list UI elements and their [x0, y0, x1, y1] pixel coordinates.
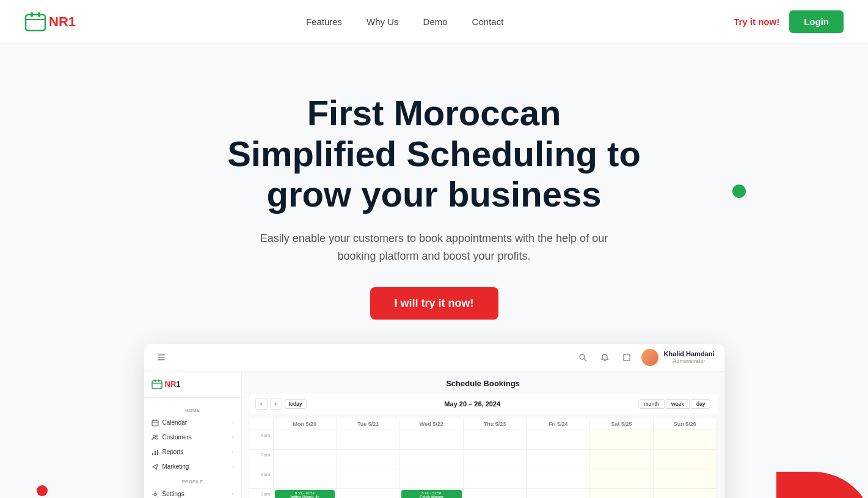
- svg-rect-16: [156, 419, 157, 421]
- cell-sat-7am[interactable]: [590, 450, 654, 469]
- nav-why-us[interactable]: Why Us: [367, 16, 399, 27]
- cell-thu-6am[interactable]: [464, 430, 527, 449]
- cta-button[interactable]: I will try it now!: [370, 287, 498, 320]
- cal-today-button[interactable]: today: [285, 399, 307, 409]
- cal-prev-button[interactable]: ‹: [255, 398, 268, 410]
- logo-icon: [24, 11, 46, 33]
- booking-name: Jeffry Black Jr.: [277, 495, 334, 498]
- avatar: [641, 349, 658, 366]
- cell-sat-9am[interactable]: [590, 489, 654, 498]
- cal-next-button[interactable]: ›: [270, 398, 282, 410]
- cell-fri-9am[interactable]: 9:44 - 1:27 Simeon Batz: [527, 489, 590, 498]
- customers-chevron: ›: [232, 434, 234, 440]
- cell-thu-8am[interactable]: [464, 469, 527, 488]
- booking-erick[interactable]: 8:24 - 11:58 Erick Moror: [401, 490, 462, 498]
- sidebar-item-reports[interactable]: Reports ›: [144, 445, 241, 460]
- cell-tue-7am[interactable]: [337, 450, 400, 469]
- logo-nr: NR: [49, 14, 68, 29]
- nav-links: Features Why Us Demo Contact: [306, 16, 503, 27]
- dash-topbar-left: [154, 350, 169, 365]
- calendar-chevron: ›: [232, 420, 234, 425]
- logo-text: NR1: [49, 14, 76, 30]
- nav-features[interactable]: Features: [306, 16, 342, 27]
- svg-point-22: [154, 493, 156, 496]
- cell-wed-6am[interactable]: [400, 430, 464, 449]
- hero-heading: First Moroccan Simplified Scheduling to …: [221, 93, 648, 215]
- sidebar-reports-label: Reports: [162, 449, 184, 455]
- cal-range: May 20 – 26, 2024: [444, 400, 500, 408]
- cell-fri-6am[interactable]: [527, 430, 590, 449]
- try-button[interactable]: Try it now!: [734, 16, 779, 27]
- cell-mon-6am[interactable]: [274, 430, 337, 449]
- user-role: Administrator: [663, 358, 714, 365]
- bell-icon[interactable]: [597, 350, 612, 365]
- navbar: NR1 Features Why Us Demo Contact Try it …: [0, 0, 868, 44]
- cal-month-button[interactable]: month: [638, 399, 665, 409]
- cell-wed-8am[interactable]: [400, 469, 464, 488]
- svg-rect-21: [157, 450, 158, 455]
- user-info: Khalid Hamdani Administrator: [663, 350, 714, 365]
- time-row-6am: 6am: [249, 430, 717, 450]
- cal-day-button[interactable]: day: [691, 399, 711, 409]
- cell-sat-8am[interactable]: [590, 469, 654, 488]
- cell-tue-6am[interactable]: [337, 430, 400, 449]
- svg-point-18: [156, 435, 158, 437]
- sidebar-customers-label: Customers: [162, 434, 192, 441]
- cell-fri-8am[interactable]: [527, 469, 590, 488]
- cell-mon-7am[interactable]: [274, 450, 337, 469]
- sidebar-section-home: HOME: [144, 403, 241, 416]
- logo[interactable]: NR1: [24, 11, 76, 33]
- sidebar-logo-icon: [151, 379, 162, 390]
- cal-nav: ‹ › today: [255, 398, 307, 410]
- sidebar-item-calendar-left: Calendar: [151, 419, 188, 427]
- cell-mon-9am[interactable]: 8:55 - 10:53 Jeffry Black Jr.: [274, 489, 337, 498]
- sidebar-section-profile: PROFILE: [144, 474, 241, 487]
- cal-time-grid: 6am 7am: [249, 430, 717, 498]
- dash-topbar-right: Khalid Hamdani Administrator: [575, 349, 714, 366]
- sidebar-logo-text: NR1: [165, 379, 181, 389]
- svg-rect-6: [158, 359, 165, 361]
- cell-wed-9am[interactable]: 8:24 - 11:58 Erick Moror: [400, 489, 464, 498]
- cell-thu-9am[interactable]: [464, 489, 527, 498]
- expand-icon[interactable]: [619, 350, 634, 365]
- cell-sun-8am[interactable]: [654, 469, 717, 488]
- svg-point-7: [580, 354, 585, 359]
- sidebar-toggle-icon[interactable]: [154, 350, 169, 365]
- cal-days-header: Mon 5/20 Tue 5/21 Wed 5/22 Thu 5/23 Fri …: [249, 419, 717, 430]
- day-header-tue: Tue 5/21: [337, 419, 400, 430]
- nav-demo[interactable]: Demo: [423, 16, 448, 27]
- svg-rect-19: [152, 453, 153, 455]
- user-name: Khalid Hamdani: [663, 350, 714, 358]
- sidebar-item-marketing[interactable]: Marketing ›: [144, 460, 241, 474]
- cell-thu-7am[interactable]: [464, 450, 527, 469]
- cell-tue-9am[interactable]: [337, 489, 400, 498]
- sidebar-logo: NR1: [144, 379, 241, 398]
- cell-sun-7am[interactable]: [654, 450, 717, 469]
- dash-user: Khalid Hamdani Administrator: [641, 349, 714, 366]
- login-button[interactable]: Login: [789, 10, 844, 33]
- cal-week-button[interactable]: week: [666, 399, 690, 409]
- cal-grid: Mon 5/20 Tue 5/21 Wed 5/22 Thu 5/23 Fri …: [249, 419, 717, 498]
- deco-circle-red-right: [776, 472, 868, 498]
- avatar-image: [641, 349, 658, 366]
- cell-sat-6am[interactable]: [590, 430, 654, 449]
- deco-circle-green-top: [732, 185, 746, 198]
- day-header-sun: Sun 5/26: [654, 419, 717, 430]
- calendar-header: ‹ › today May 20 – 26, 2024 month week d…: [249, 394, 717, 414]
- cell-mon-8am[interactable]: [274, 469, 337, 488]
- cell-sun-9am[interactable]: [654, 489, 717, 498]
- cell-fri-7am[interactable]: [527, 450, 590, 469]
- search-icon[interactable]: [575, 350, 590, 365]
- sidebar-item-customers[interactable]: Customers ›: [144, 430, 241, 445]
- svg-rect-11: [155, 379, 156, 382]
- settings-icon: [151, 491, 159, 498]
- booking-jeffry[interactable]: 8:55 - 10:53 Jeffry Black Jr.: [275, 490, 335, 498]
- sidebar-item-calendar[interactable]: Calendar ›: [144, 416, 241, 430]
- nav-contact[interactable]: Contact: [472, 16, 504, 27]
- cell-sun-6am[interactable]: [654, 430, 717, 449]
- sidebar-item-settings[interactable]: Settings ›: [144, 487, 241, 498]
- cell-wed-7am[interactable]: [400, 450, 464, 469]
- cell-tue-8am[interactable]: [337, 469, 400, 488]
- day-header-thu: Thu 5/23: [464, 419, 527, 430]
- dashboard-container: Khalid Hamdani Administrator: [144, 344, 724, 498]
